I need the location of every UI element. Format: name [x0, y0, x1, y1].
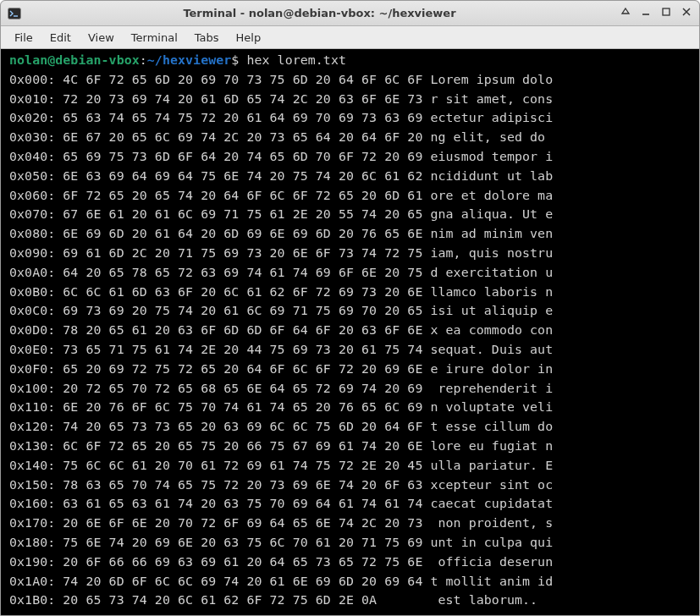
hexdump-row: 0x170: 20 6E 6F 6E 20 70 72 6F 69 64 65 …	[9, 514, 692, 533]
hex-ascii: ectetur adipisci	[430, 108, 553, 128]
prompt-command: hex lorem.txt	[246, 52, 346, 68]
hex-bytes: 78 20 65 61 20 63 6F 6D 6D 6F 64 6F 20 6…	[55, 321, 430, 340]
hex-bytes: 64 20 65 78 65 72 63 69 74 61 74 69 6F 6…	[55, 263, 430, 283]
prompt-dollar: $	[231, 52, 239, 68]
menubar: File Edit View Terminal Tabs Help	[1, 26, 699, 49]
hex-bytes: 78 63 65 70 74 65 75 72 20 73 69 6E 74 2…	[55, 476, 430, 495]
hex-bytes: 20 65 73 74 20 6C 61 62 6F 72 75 6D 2E 0…	[55, 591, 430, 610]
hex-ascii: eiusmod tempor i	[430, 147, 553, 167]
hexdump-row: 0x080: 6E 69 6D 20 61 64 20 6D 69 6E 69 …	[9, 224, 692, 244]
hexdump-row: 0x1B0: 20 65 73 74 20 6C 61 62 6F 72 75 …	[9, 591, 692, 610]
minimize-icon[interactable]	[640, 7, 652, 19]
prompt: nolan@debian-vbox:~/hexviewer$ hex lorem…	[9, 52, 346, 68]
hex-offset: 0x0B0:	[9, 283, 55, 302]
terminal-content[interactable]: nolan@debian-vbox:~/hexviewer$ hex lorem…	[1, 49, 699, 615]
hexdump-row: 0x050: 6E 63 69 64 69 64 75 6E 74 20 75 …	[9, 167, 692, 186]
menu-file[interactable]: File	[8, 30, 40, 46]
hexdump-row: 0x100: 20 72 65 70 72 65 68 65 6E 64 65 …	[9, 379, 692, 399]
hex-ascii: unt in culpa qui	[430, 533, 553, 553]
hexdump-row: 0x160: 63 61 65 63 61 74 20 63 75 70 69 …	[9, 494, 692, 514]
hex-bytes: 73 65 71 75 61 74 2E 20 44 75 69 73 20 6…	[55, 340, 430, 360]
hex-offset: 0x050:	[9, 167, 55, 186]
hex-ascii: t mollit anim id	[430, 572, 553, 591]
hex-ascii: llamco laboris n	[430, 283, 553, 302]
menu-terminal[interactable]: Terminal	[124, 30, 185, 46]
hex-bytes: 6E 63 69 64 69 64 75 6E 74 20 75 74 20 6…	[55, 167, 430, 186]
hex-bytes: 20 72 65 70 72 65 68 65 6E 64 65 72 69 7…	[55, 379, 430, 399]
hex-ascii: t esse cillum do	[430, 417, 553, 437]
hexdump-row: 0x0F0: 65 20 69 72 75 72 65 20 64 6F 6C …	[9, 360, 692, 379]
hex-offset: 0x060:	[9, 186, 55, 206]
hexdump-row: 0x1A0: 74 20 6D 6F 6C 6C 69 74 20 61 6E …	[9, 572, 692, 591]
hex-ascii: iam, quis nostru	[430, 244, 553, 263]
hexdump-row: 0x140: 75 6C 6C 61 20 70 61 72 69 61 74 …	[9, 456, 692, 476]
hex-ascii: ore et dolore ma	[430, 186, 553, 206]
hex-offset: 0x130:	[9, 437, 55, 456]
hex-ascii: officia deserun	[430, 553, 553, 572]
hex-ascii: e irure dolor in	[430, 360, 553, 379]
keep-above-icon[interactable]	[620, 7, 631, 19]
maximize-icon[interactable]	[660, 7, 672, 19]
menu-edit[interactable]: Edit	[43, 30, 78, 46]
hex-ascii: sequat. Duis aut	[430, 340, 553, 360]
prompt-colon: :	[140, 52, 147, 68]
hex-offset: 0x170:	[9, 514, 55, 533]
hex-bytes: 6E 69 6D 20 61 64 20 6D 69 6E 69 6D 20 7…	[55, 224, 430, 244]
hex-ascii: Lorem ipsum dolo	[430, 70, 553, 90]
hex-offset: 0x110:	[9, 398, 55, 417]
hex-offset: 0x120:	[9, 417, 55, 437]
terminal-icon	[8, 7, 21, 20]
titlebar[interactable]: Terminal - nolan@debian-vbox: ~/hexviewe…	[1, 1, 699, 26]
hex-ascii: ng elit, sed do	[430, 128, 553, 147]
hex-offset: 0x0A0:	[9, 263, 55, 283]
hexdump-row: 0x020: 65 63 74 65 74 75 72 20 61 64 69 …	[9, 108, 692, 128]
menu-tabs[interactable]: Tabs	[188, 30, 226, 46]
hex-offset: 0x090:	[9, 244, 55, 263]
hex-offset: 0x040:	[9, 147, 55, 167]
hex-bytes: 75 6E 74 20 69 6E 20 63 75 6C 70 61 20 7…	[55, 533, 430, 553]
hex-ascii: x ea commodo con	[430, 321, 553, 340]
hex-ascii: isi ut aliquip e	[430, 301, 553, 321]
hex-offset: 0x080:	[9, 224, 55, 244]
hex-ascii: reprehenderit i	[430, 379, 553, 399]
hex-ascii: caecat cupidatat	[430, 494, 553, 514]
hexdump-row: 0x110: 6E 20 76 6F 6C 75 70 74 61 74 65 …	[9, 398, 692, 417]
hex-bytes: 63 61 65 63 61 74 20 63 75 70 69 64 61 7…	[55, 494, 430, 514]
hex-bytes: 67 6E 61 20 61 6C 69 71 75 61 2E 20 55 7…	[55, 205, 430, 224]
hex-ascii: gna aliqua. Ut e	[430, 205, 553, 224]
menu-view[interactable]: View	[81, 30, 121, 46]
hexdump-row: 0x000: 4C 6F 72 65 6D 20 69 70 73 75 6D …	[9, 70, 692, 90]
hex-bytes: 69 73 69 20 75 74 20 61 6C 69 71 75 69 7…	[55, 301, 430, 321]
menu-help[interactable]: Help	[229, 30, 268, 46]
hex-offset: 0x160:	[9, 494, 55, 514]
hex-ascii: nim ad minim ven	[430, 224, 553, 244]
hex-ascii: n voluptate veli	[430, 398, 553, 417]
hexdump-row: 0x190: 20 6F 66 66 69 63 69 61 20 64 65 …	[9, 553, 692, 572]
hexdump-row: 0x010: 72 20 73 69 74 20 61 6D 65 74 2C …	[9, 90, 692, 109]
hex-ascii: xcepteur sint oc	[430, 476, 553, 495]
close-icon[interactable]	[681, 7, 692, 19]
hex-bytes: 69 61 6D 2C 20 71 75 69 73 20 6E 6F 73 7…	[55, 244, 430, 263]
hex-offset: 0x000:	[9, 70, 55, 90]
hex-offset: 0x0C0:	[9, 301, 55, 321]
hexdump: 0x000: 4C 6F 72 65 6D 20 69 70 73 75 6D …	[9, 70, 692, 610]
hex-offset: 0x0F0:	[9, 360, 55, 379]
hex-offset: 0x150:	[9, 476, 55, 495]
prompt-user: nolan	[9, 52, 47, 68]
hex-ascii: r sit amet, cons	[430, 90, 553, 109]
hex-bytes: 75 6C 6C 61 20 70 61 72 69 61 74 75 72 2…	[55, 456, 430, 476]
hexdump-row: 0x090: 69 61 6D 2C 20 71 75 69 73 20 6E …	[9, 244, 692, 263]
hex-bytes: 65 20 69 72 75 72 65 20 64 6F 6C 6F 72 2…	[55, 360, 430, 379]
hex-bytes: 20 6F 66 66 69 63 69 61 20 64 65 73 65 7…	[55, 553, 430, 572]
hex-ascii: ncididunt ut lab	[430, 167, 553, 186]
hexdump-row: 0x120: 74 20 65 73 73 65 20 63 69 6C 6C …	[9, 417, 692, 437]
hex-bytes: 6C 6C 61 6D 63 6F 20 6C 61 62 6F 72 69 7…	[55, 283, 430, 302]
hex-offset: 0x070:	[9, 205, 55, 224]
hex-offset: 0x020:	[9, 108, 55, 128]
window-title: Terminal - nolan@debian-vbox: ~/hexviewe…	[26, 7, 613, 19]
prompt-host: debian-vbox	[55, 52, 140, 68]
hexdump-row: 0x030: 6E 67 20 65 6C 69 74 2C 20 73 65 …	[9, 128, 692, 147]
hex-ascii: d exercitation u	[430, 263, 553, 283]
hex-offset: 0x1B0:	[9, 591, 55, 610]
prompt-path: ~/hexviewer	[147, 52, 232, 68]
